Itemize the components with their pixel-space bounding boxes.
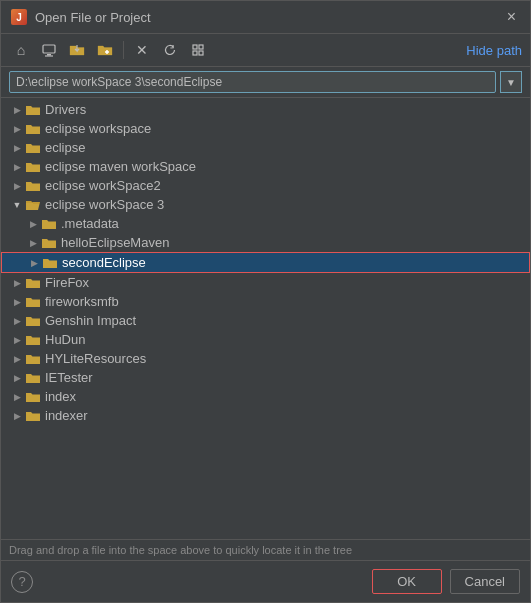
folder-icon bbox=[25, 371, 41, 385]
tree-item-firefox[interactable]: ▶ FireFox bbox=[1, 273, 530, 292]
folder-icon bbox=[25, 122, 41, 136]
tree-item-helloeclipse[interactable]: ▶ helloEclipseMaven bbox=[1, 233, 530, 252]
folder-icon bbox=[25, 390, 41, 404]
tree-label: HYLiteResources bbox=[45, 351, 146, 366]
tree-label: Genshin Impact bbox=[45, 313, 136, 328]
folder-icon bbox=[25, 409, 41, 423]
expand-icon: ▶ bbox=[9, 316, 25, 326]
settings-button[interactable] bbox=[186, 38, 210, 62]
path-dropdown-button[interactable]: ▼ bbox=[500, 71, 522, 93]
tree-label: secondEclipse bbox=[62, 255, 146, 270]
expand-icon: ▶ bbox=[9, 162, 25, 172]
tree-item-index[interactable]: ▶ index bbox=[1, 387, 530, 406]
expand-icon: ▶ bbox=[25, 238, 41, 248]
expand-icon: ▼ bbox=[9, 200, 25, 210]
expand-icon: ▶ bbox=[9, 297, 25, 307]
folder-icon bbox=[25, 179, 41, 193]
expand-icon: ▶ bbox=[9, 411, 25, 421]
hint-bar: Drag and drop a file into the space abov… bbox=[1, 539, 530, 560]
svg-rect-5 bbox=[193, 45, 197, 49]
tree-label: index bbox=[45, 389, 76, 404]
hide-path-link[interactable]: Hide path bbox=[466, 43, 522, 58]
tree-item-hudun[interactable]: ▶ HuDun bbox=[1, 330, 530, 349]
tree-label: eclipse workspace bbox=[45, 121, 151, 136]
toolbar: ⌂ ✕ bbox=[1, 34, 530, 67]
expand-icon: ▶ bbox=[9, 354, 25, 364]
folder-icon bbox=[41, 236, 57, 250]
hint-text: Drag and drop a file into the space abov… bbox=[9, 544, 352, 556]
tree-label: Drivers bbox=[45, 102, 86, 117]
file-tree: ▶ Drivers ▶ eclipse workspace ▶ eclipse … bbox=[1, 98, 530, 539]
tree-item-eclipse-workspace[interactable]: ▶ eclipse workspace bbox=[1, 119, 530, 138]
folder-icon bbox=[25, 314, 41, 328]
tree-item-genshin[interactable]: ▶ Genshin Impact bbox=[1, 311, 530, 330]
tree-item-eclipse-workspace2[interactable]: ▶ eclipse workSpace2 bbox=[1, 176, 530, 195]
expand-icon: ▶ bbox=[9, 105, 25, 115]
tree-item-eclipse-workspace3[interactable]: ▼ eclipse workSpace 3 bbox=[1, 195, 530, 214]
tree-label: fireworksmfb bbox=[45, 294, 119, 309]
close-button[interactable]: × bbox=[503, 7, 520, 27]
tree-label: IETester bbox=[45, 370, 93, 385]
expand-icon: ▶ bbox=[9, 392, 25, 402]
app-icon: J bbox=[11, 9, 27, 25]
ok-button[interactable]: OK bbox=[372, 569, 442, 594]
tree-label: HuDun bbox=[45, 332, 85, 347]
folder-icon bbox=[42, 256, 58, 270]
tree-item-indexer[interactable]: ▶ indexer bbox=[1, 406, 530, 425]
folder-up-button[interactable] bbox=[65, 38, 89, 62]
desktop-button[interactable] bbox=[37, 38, 61, 62]
folder-open-icon bbox=[25, 198, 41, 212]
tree-item-eclipse-maven[interactable]: ▶ eclipse maven workSpace bbox=[1, 157, 530, 176]
tree-item-fireworksmfb[interactable]: ▶ fireworksmfb bbox=[1, 292, 530, 311]
tree-item-metadata[interactable]: ▶ .metadata bbox=[1, 214, 530, 233]
folder-icon bbox=[25, 333, 41, 347]
tree-item-drivers[interactable]: ▶ Drivers bbox=[1, 100, 530, 119]
tree-label: indexer bbox=[45, 408, 88, 423]
tree-item-eclipse[interactable]: ▶ eclipse bbox=[1, 138, 530, 157]
refresh-button[interactable] bbox=[158, 38, 182, 62]
folder-icon bbox=[25, 276, 41, 290]
folder-icon bbox=[25, 160, 41, 174]
path-bar: ▼ bbox=[1, 67, 530, 98]
expand-icon: ▶ bbox=[9, 335, 25, 345]
expand-icon: ▶ bbox=[9, 373, 25, 383]
expand-icon: ▶ bbox=[9, 278, 25, 288]
home-button[interactable]: ⌂ bbox=[9, 38, 33, 62]
tree-item-secondeclipse[interactable]: ▶ secondEclipse bbox=[1, 252, 530, 273]
svg-rect-8 bbox=[199, 51, 203, 55]
expand-icon: ▶ bbox=[9, 124, 25, 134]
cancel-button[interactable]: Cancel bbox=[450, 569, 520, 594]
folder-icon bbox=[25, 141, 41, 155]
folder-icon bbox=[25, 295, 41, 309]
new-folder-button[interactable] bbox=[93, 38, 117, 62]
svg-rect-1 bbox=[47, 54, 51, 56]
expand-icon: ▶ bbox=[9, 181, 25, 191]
expand-icon: ▶ bbox=[9, 143, 25, 153]
toolbar-sep1 bbox=[123, 41, 124, 59]
tree-label: .metadata bbox=[61, 216, 119, 231]
path-input[interactable] bbox=[9, 71, 496, 93]
tree-label: eclipse workSpace2 bbox=[45, 178, 161, 193]
folder-icon bbox=[25, 352, 41, 366]
tree-label: FireFox bbox=[45, 275, 89, 290]
tree-item-hylite[interactable]: ▶ HYLiteResources bbox=[1, 349, 530, 368]
svg-rect-6 bbox=[199, 45, 203, 49]
tree-label: eclipse bbox=[45, 140, 85, 155]
expand-icon: ▶ bbox=[26, 258, 42, 268]
folder-icon bbox=[41, 217, 57, 231]
svg-rect-7 bbox=[193, 51, 197, 55]
expand-icon: ▶ bbox=[25, 219, 41, 229]
dialog: J Open File or Project × ⌂ bbox=[0, 0, 531, 603]
dialog-title: Open File or Project bbox=[35, 10, 495, 25]
svg-rect-0 bbox=[43, 45, 55, 53]
tree-label: eclipse workSpace 3 bbox=[45, 197, 164, 212]
tree-label: eclipse maven workSpace bbox=[45, 159, 196, 174]
help-button[interactable]: ? bbox=[11, 571, 33, 593]
title-bar: J Open File or Project × bbox=[1, 1, 530, 34]
folder-icon bbox=[25, 103, 41, 117]
tree-label: helloEclipseMaven bbox=[61, 235, 169, 250]
tree-item-ietester[interactable]: ▶ IETester bbox=[1, 368, 530, 387]
footer: ? OK Cancel bbox=[1, 560, 530, 602]
delete-button[interactable]: ✕ bbox=[130, 38, 154, 62]
